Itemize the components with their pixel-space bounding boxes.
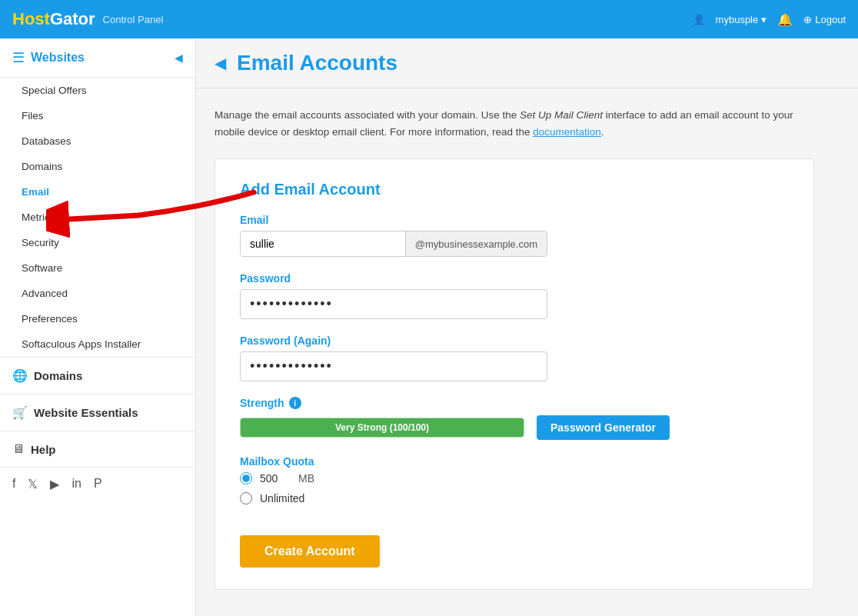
youtube-icon[interactable]: ▶ (50, 477, 59, 491)
sidebar-domains-group[interactable]: 🌐 Domains (0, 357, 195, 394)
page-header-bar: ◀ Email Accounts (196, 38, 858, 88)
password-again-field-label: Password (Again) (240, 335, 789, 347)
facebook-icon[interactable]: f (12, 477, 15, 491)
logo: HostGator (12, 9, 95, 29)
sidebar-item-databases[interactable]: Databases (0, 128, 195, 154)
layout: ☰ Websites ◀ Special Offers Files Databa… (0, 38, 858, 616)
strength-info-icon[interactable]: i (289, 397, 301, 409)
mailbox-quota-label: Mailbox Quota (240, 455, 789, 468)
help-group-label: Help (31, 443, 56, 456)
globe-icon: 🌐 (12, 368, 28, 383)
cart-icon: 🛒 (12, 405, 28, 420)
quota-unlimited-option: Unlimited (240, 492, 789, 504)
strength-bar-container: Very Strong (100/100) (240, 418, 524, 438)
email-input-row: @mybusinessexample.com (240, 231, 547, 257)
monitor-icon: 🖥 (12, 442, 25, 456)
user-menu[interactable]: mybusple ▾ (716, 14, 767, 25)
mailbox-quota-group: Mailbox Quota 500 MB Unlimited (240, 455, 789, 504)
sidebar-website-essentials-group[interactable]: 🛒 Website Essentials (0, 394, 195, 431)
sidebar-websites-header[interactable]: ☰ Websites ◀ (0, 38, 195, 78)
form-title: Add Email Account (240, 181, 789, 198)
header: HostGator Control Panel 👤 mybusple ▾ 🔔 ⊕… (0, 0, 858, 38)
control-panel-label: Control Panel (103, 14, 164, 25)
social-icons-bar: f 𝕏 ▶ in P (0, 467, 195, 501)
quota-mb-unit: MB (298, 472, 314, 484)
password-input[interactable] (240, 289, 547, 319)
logout-label: Logout (815, 14, 846, 25)
password-generator-button[interactable]: Password Generator (537, 415, 670, 440)
website-essentials-group-label: Website Essentials (34, 406, 138, 419)
email-field-label: Email (240, 214, 789, 226)
strength-label: Strength i (240, 397, 789, 409)
linkedin-icon[interactable]: in (72, 477, 81, 491)
sidebar-item-software[interactable]: Software (0, 255, 195, 281)
sidebar-item-advanced[interactable]: Advanced (0, 281, 195, 306)
chevron-down-icon: ▾ (761, 14, 767, 25)
quota-mb-radio[interactable] (240, 472, 252, 484)
username: mybusple (716, 14, 759, 25)
strength-field-group: Strength i Very Strong (100/100) Passwor… (240, 397, 789, 440)
logout-button[interactable]: ⊕ Logout (803, 14, 846, 25)
sidebar-item-special-offers[interactable]: Special Offers (0, 78, 195, 103)
logout-icon: ⊕ (803, 14, 812, 25)
quota-mb-value: 500 (260, 472, 291, 484)
sidebar-item-preferences[interactable]: Preferences (0, 306, 195, 331)
twitter-icon[interactable]: 𝕏 (28, 477, 38, 491)
quota-unlimited-radio[interactable] (240, 492, 252, 504)
back-arrow-icon[interactable]: ◀ (214, 54, 226, 72)
sidebar: ☰ Websites ◀ Special Offers Files Databa… (0, 38, 196, 616)
header-right: 👤 mybusple ▾ 🔔 ⊕ Logout (693, 12, 846, 27)
password-field-group: Password (240, 272, 789, 319)
password-again-field-group: Password (Again) (240, 335, 789, 381)
sidebar-help-group[interactable]: 🖥 Help (0, 431, 195, 467)
avatar-icon: 👤 (693, 14, 705, 25)
quota-options: 500 MB Unlimited (240, 472, 789, 504)
create-account-button[interactable]: Create Account (240, 535, 380, 568)
chevron-left-icon: ◀ (175, 52, 183, 64)
domains-group-label: Domains (34, 369, 82, 382)
sidebar-item-metrics[interactable]: Metrics (0, 205, 195, 230)
email-local-input[interactable] (241, 231, 405, 256)
quota-mb-option: 500 MB (240, 472, 789, 484)
password-field-label: Password (240, 272, 789, 285)
strength-row: Very Strong (100/100) Password Generator (240, 415, 789, 440)
sidebar-item-email[interactable]: Email (0, 179, 195, 205)
setup-mail-italic: Set Up Mail Client (520, 109, 603, 121)
add-email-form-card: Add Email Account Email @mybusinessexamp… (214, 158, 814, 590)
documentation-link[interactable]: documentation (533, 126, 601, 138)
sidebar-item-files[interactable]: Files (0, 103, 195, 128)
email-domain-display: @mybusinessexample.com (405, 231, 547, 256)
notifications-icon[interactable]: 🔔 (777, 12, 793, 27)
quota-unlimited-label: Unlimited (260, 492, 304, 504)
pinterest-icon[interactable]: P (94, 477, 102, 491)
email-field-group: Email @mybusinessexample.com (240, 214, 789, 257)
sidebar-item-security[interactable]: Security (0, 230, 195, 255)
strength-bar-fill: Very Strong (100/100) (241, 418, 524, 437)
main-content: ◀ Email Accounts Manage the email accoun… (196, 38, 858, 616)
password-again-input[interactable] (240, 351, 547, 381)
sidebar-item-domains-sub[interactable]: Domains (0, 154, 195, 179)
menu-icon: ☰ (12, 49, 25, 66)
page-title: Email Accounts (237, 51, 397, 75)
description-text: Manage the email accounts associated wit… (214, 107, 814, 140)
content-area: Manage the email accounts associated wit… (196, 88, 858, 608)
sidebar-items-list: Special Offers Files Databases Domains E… (0, 78, 195, 357)
sidebar-item-softaculous[interactable]: Softaculous Apps Installer (0, 331, 195, 357)
sidebar-websites-label: Websites (31, 51, 85, 65)
strength-text: Very Strong (100/100) (335, 422, 429, 433)
header-left: HostGator Control Panel (12, 9, 163, 29)
